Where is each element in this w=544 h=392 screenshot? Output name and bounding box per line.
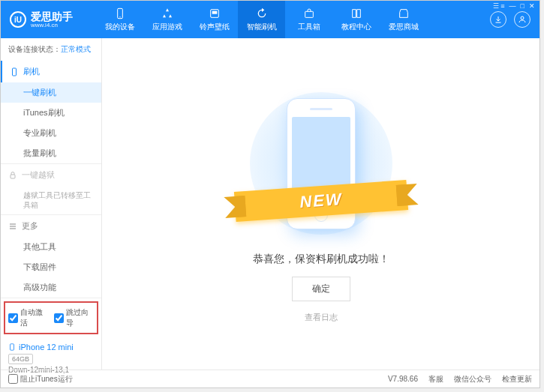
status-value: 正常模式 bbox=[61, 45, 91, 53]
apps-icon bbox=[161, 7, 174, 20]
phone-icon bbox=[8, 342, 16, 352]
nav-label: 工具箱 bbox=[298, 22, 320, 32]
sidebar-item-pro[interactable]: 专业刷机 bbox=[1, 123, 101, 143]
window-controls: ☰ ≡ — □ ✕ bbox=[493, 2, 535, 10]
device-name: iPhone 12 mini bbox=[8, 342, 94, 352]
view-log-link[interactable]: 查看日志 bbox=[305, 312, 338, 323]
checkbox-label: 阻止iTunes运行 bbox=[20, 374, 73, 385]
confirm-button[interactable]: 确定 bbox=[292, 277, 350, 301]
sidebar-section-flash[interactable]: 刷机 bbox=[1, 61, 101, 82]
logo-icon: iU bbox=[10, 11, 26, 28]
wechat-link[interactable]: 微信公众号 bbox=[454, 374, 491, 385]
success-message: 恭喜您，保资料刷机成功啦！ bbox=[253, 253, 389, 266]
close-icon[interactable]: ✕ bbox=[529, 2, 535, 10]
app-url: www.i4.cn bbox=[31, 22, 73, 28]
checkbox-skip-wizard[interactable]: 跳过向导 bbox=[54, 307, 94, 328]
svg-rect-6 bbox=[13, 68, 17, 76]
sidebar-item-download-fw[interactable]: 下载固件 bbox=[1, 257, 101, 277]
app-name: 爱思助手 bbox=[31, 11, 73, 22]
nav-my-device[interactable]: 我的设备 bbox=[96, 1, 143, 38]
user-button[interactable] bbox=[514, 11, 530, 28]
options-highlighted: 自动激活 跳过向导 bbox=[4, 301, 98, 334]
minimize-icon[interactable]: — bbox=[509, 2, 516, 10]
nav-label: 爱思商城 bbox=[389, 22, 419, 32]
nav-label: 智能刷机 bbox=[247, 22, 277, 32]
svg-rect-3 bbox=[212, 11, 217, 14]
nav-label: 教程中心 bbox=[341, 22, 371, 32]
checkbox-label: 自动激活 bbox=[20, 307, 48, 328]
nav-label: 应用游戏 bbox=[152, 22, 182, 32]
sidebar-item-batch[interactable]: 批量刷机 bbox=[1, 143, 101, 163]
nav-toolbox[interactable]: 工具箱 bbox=[285, 1, 332, 38]
checkbox-label: 跳过向导 bbox=[66, 307, 94, 328]
store-icon bbox=[397, 7, 410, 20]
refresh-icon bbox=[255, 7, 269, 20]
svg-point-5 bbox=[521, 16, 524, 19]
success-illustration: NEW bbox=[257, 85, 385, 242]
nav-tutorials[interactable]: 教程中心 bbox=[332, 1, 380, 38]
header-actions bbox=[490, 11, 530, 28]
svg-rect-7 bbox=[11, 175, 15, 178]
status-label: 设备连接状态： bbox=[8, 45, 61, 53]
nav-store[interactable]: 爱思商城 bbox=[380, 1, 427, 38]
main-nav: 我的设备 应用游戏 铃声壁纸 智能刷机 工具箱 教程中心 爱思商城 bbox=[96, 1, 490, 38]
sidebar: 设备连接状态：正常模式 刷机 一键刷机 iTunes刷机 专业刷机 批量刷机 一… bbox=[1, 38, 102, 370]
main-content: NEW 恭喜您，保资料刷机成功啦！ 确定 查看日志 bbox=[102, 38, 539, 370]
section-title: 一键越狱 bbox=[22, 169, 55, 181]
checkbox-input[interactable] bbox=[54, 313, 64, 323]
jailbreak-note: 越狱工具已转移至工具箱 bbox=[1, 186, 101, 214]
nav-label: 我的设备 bbox=[105, 22, 135, 32]
lock-icon bbox=[8, 171, 17, 180]
wallpaper-icon bbox=[208, 7, 221, 20]
nav-label: 铃声壁纸 bbox=[200, 22, 230, 32]
nav-flash[interactable]: 智能刷机 bbox=[238, 1, 285, 38]
menu-icon[interactable]: ☰ ≡ bbox=[493, 2, 505, 10]
nav-apps[interactable]: 应用游戏 bbox=[143, 1, 191, 38]
storage-badge: 64GB bbox=[8, 354, 33, 364]
download-button[interactable] bbox=[490, 11, 506, 28]
sidebar-item-advanced[interactable]: 高级功能 bbox=[1, 277, 101, 298]
checkbox-auto-activate[interactable]: 自动激活 bbox=[8, 307, 48, 328]
app-header: ☰ ≡ — □ ✕ iU 爱思助手 www.i4.cn 我的设备 应用游戏 铃声… bbox=[1, 1, 539, 38]
phone-icon bbox=[10, 67, 19, 76]
service-link[interactable]: 客服 bbox=[428, 374, 443, 385]
maximize-icon[interactable]: □ bbox=[521, 2, 524, 10]
new-text: NEW bbox=[299, 190, 343, 212]
connection-status: 设备连接状态：正常模式 bbox=[1, 38, 101, 61]
phone-icon bbox=[113, 7, 127, 20]
sidebar-section-more[interactable]: 更多 bbox=[1, 215, 101, 237]
footer: 阻止iTunes运行 V7.98.66 客服 微信公众号 检查更新 bbox=[1, 370, 539, 388]
update-link[interactable]: 检查更新 bbox=[502, 374, 532, 385]
checkbox-input[interactable] bbox=[8, 374, 18, 384]
app-logo: iU 爱思助手 www.i4.cn bbox=[10, 11, 96, 28]
checkbox-input[interactable] bbox=[8, 313, 18, 323]
svg-point-1 bbox=[119, 16, 120, 17]
toolbox-icon bbox=[302, 7, 316, 20]
sidebar-item-oneclick[interactable]: 一键刷机 bbox=[1, 82, 101, 103]
version-label: V7.98.66 bbox=[388, 375, 418, 383]
menu-icon bbox=[8, 222, 17, 231]
nav-ringtones[interactable]: 铃声壁纸 bbox=[191, 1, 238, 38]
book-icon bbox=[350, 7, 363, 20]
sidebar-item-other-tools[interactable]: 其他工具 bbox=[1, 237, 101, 257]
section-title: 刷机 bbox=[23, 66, 40, 77]
section-title: 更多 bbox=[22, 220, 38, 232]
checkbox-block-itunes[interactable]: 阻止iTunes运行 bbox=[8, 374, 73, 385]
svg-rect-4 bbox=[305, 11, 313, 17]
sidebar-section-jailbreak: 一键越狱 bbox=[1, 164, 101, 186]
sidebar-item-itunes[interactable]: iTunes刷机 bbox=[1, 103, 101, 123]
svg-rect-8 bbox=[11, 344, 14, 350]
